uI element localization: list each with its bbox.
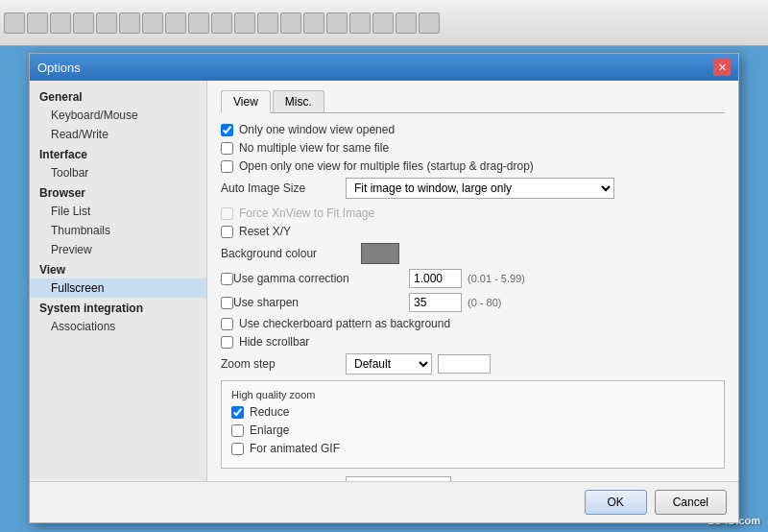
toolbar-icon-8[interactable] [165, 12, 186, 34]
toolbar-icon-4[interactable] [73, 12, 94, 34]
open-only-one-view-checkbox[interactable] [221, 160, 233, 173]
toolbar-icon-12[interactable] [257, 12, 278, 34]
no-multiple-view-label: No multiple view for same file [239, 141, 389, 155]
tab-view[interactable]: View [221, 90, 271, 113]
sharpen-value-input[interactable] [409, 293, 462, 312]
hide-scrollbar-checkbox[interactable] [221, 336, 233, 349]
dialog-close-button[interactable]: ✕ [713, 59, 731, 76]
sidebar-item-preview[interactable]: Preview [30, 240, 206, 259]
zoom-step-row: Zoom step Default 10% 25% 50% [221, 353, 725, 375]
dialog-body: General Keyboard/Mouse Read/Write Interf… [30, 81, 738, 481]
toolbar-icon-17[interactable] [372, 12, 394, 34]
sidebar-item-associations[interactable]: Associations [30, 317, 206, 336]
bg-colour-label: Background colour [221, 247, 355, 260]
toolbar-icon-7[interactable] [142, 12, 163, 34]
auto-image-size-dropdown[interactable]: Fit image to window, large only Fit imag… [346, 178, 614, 199]
force-xnview-row: Force XnView to Fit Image [221, 206, 725, 220]
reduce-row: Reduce [231, 405, 714, 419]
toolbar-icon-14[interactable] [303, 12, 324, 34]
sidebar-item-fullscreen[interactable]: Fullscreen [30, 278, 206, 298]
reduce-checkbox[interactable] [231, 406, 244, 419]
enlarge-row: Enlarge [231, 423, 714, 437]
force-xnview-label: Force XnView to Fit Image [239, 206, 374, 220]
for-animated-gif-label: For animated GIF [250, 442, 340, 455]
toolbar-icon-16[interactable] [349, 12, 371, 34]
toolbar-icon-10[interactable] [211, 12, 232, 34]
sidebar-section-browser: Browser [30, 182, 206, 202]
ok-button[interactable]: OK [585, 490, 647, 515]
use-checkerboard-row: Use checkerboard pattern as background [221, 317, 725, 330]
hq-zoom-title: High quality zoom [231, 389, 714, 400]
auto-image-size-row: Auto Image Size Fit image to window, lar… [221, 178, 725, 199]
reset-xy-row: Reset X/Y [221, 225, 725, 238]
sidebar-section-view: View [30, 259, 206, 278]
dialog-footer: OK Cancel [30, 481, 738, 522]
sidebar-section-general: General [30, 86, 206, 106]
use-sharpen-checkbox[interactable] [221, 297, 233, 309]
toolbar-icon-3[interactable] [50, 12, 71, 34]
toolbar-icon-13[interactable] [280, 12, 301, 34]
hide-scrollbar-row: Hide scrollbar [221, 335, 725, 349]
gamma-range-label: (0.01 - 5.99) [468, 273, 525, 284]
sidebar-item-keyboard-mouse[interactable]: Keyboard/Mouse [30, 106, 206, 125]
toolbar-icon-5[interactable] [96, 12, 117, 34]
toolbar-icon-19[interactable] [419, 12, 440, 34]
sidebar-section-system-integration: System integration [30, 298, 206, 317]
toolbar-icon-9[interactable] [188, 12, 209, 34]
toolbar-icon-15[interactable] [326, 12, 348, 34]
toolbar-bar [0, 0, 768, 46]
use-sharpen-label: Use sharpen [233, 296, 401, 309]
zoom-step-dropdown[interactable]: Default 10% 25% 50% [346, 353, 432, 375]
tabs-container: View Misc. [221, 90, 725, 113]
reduce-label: Reduce [250, 405, 289, 419]
hide-scrollbar-label: Hide scrollbar [239, 335, 309, 349]
high-quality-zoom-box: High quality zoom Reduce Enlarge For ani… [221, 380, 725, 469]
only-one-window-label: Only one window view opened [239, 123, 395, 136]
sidebar: General Keyboard/Mouse Read/Write Interf… [30, 81, 207, 481]
sidebar-item-read-write[interactable]: Read/Write [30, 125, 206, 144]
auto-image-size-label: Auto Image Size [221, 181, 346, 195]
use-checkerboard-label: Use checkerboard pattern as background [239, 317, 450, 330]
use-gamma-checkbox[interactable] [221, 273, 233, 285]
enlarge-label: Enlarge [250, 423, 289, 437]
options-dialog: Options ✕ General Keyboard/Mouse Read/Wr… [29, 53, 739, 523]
use-checkerboard-checkbox[interactable] [221, 318, 233, 330]
toolbar-icon-11[interactable] [234, 12, 255, 34]
toolbar-icon-6[interactable] [119, 12, 140, 34]
sidebar-item-thumbnails[interactable]: Thumbnails [30, 221, 206, 240]
only-one-window-checkbox[interactable] [221, 124, 233, 136]
open-only-one-view-label: Open only one view for multiple files (s… [239, 159, 534, 173]
force-xnview-checkbox[interactable] [221, 207, 233, 220]
use-sharpen-row: Use sharpen (0 - 80) [221, 293, 725, 312]
reset-xy-checkbox[interactable] [221, 226, 233, 238]
dialog-title: Options [37, 60, 81, 75]
sidebar-item-toolbar[interactable]: Toolbar [30, 163, 206, 182]
for-animated-gif-row: For animated GIF [231, 442, 714, 455]
reset-xy-label: Reset X/Y [239, 225, 291, 238]
main-content: View Misc. Only one window view opened N… [207, 81, 738, 481]
zoom-step-label: Zoom step [221, 357, 346, 371]
use-gamma-row: Use gamma correction (0.01 - 5.99) [221, 269, 725, 288]
sharpen-range-label: (0 - 80) [468, 297, 501, 308]
only-one-window-row: Only one window view opened [221, 123, 725, 136]
toolbar-icon-18[interactable] [396, 12, 417, 34]
tab-misc[interactable]: Misc. [273, 90, 324, 112]
toolbar-icon-1[interactable] [4, 12, 25, 34]
no-multiple-view-row: No multiple view for same file [221, 141, 725, 155]
bg-colour-row: Background colour [221, 243, 725, 264]
cancel-button[interactable]: Cancel [655, 490, 727, 515]
toolbar-icon-2[interactable] [27, 12, 48, 34]
enlarge-checkbox[interactable] [231, 424, 244, 437]
no-multiple-view-checkbox[interactable] [221, 142, 233, 155]
use-gamma-label: Use gamma correction [233, 272, 401, 285]
sidebar-item-file-list[interactable]: File List [30, 202, 206, 221]
dialog-titlebar: Options ✕ [30, 54, 738, 81]
zoom-step-input[interactable] [438, 354, 491, 374]
sidebar-section-interface: Interface [30, 144, 206, 163]
bg-colour-swatch[interactable] [361, 243, 399, 264]
open-only-one-view-row: Open only one view for multiple files (s… [221, 159, 725, 173]
for-animated-gif-checkbox[interactable] [231, 443, 244, 455]
gamma-value-input[interactable] [409, 269, 462, 288]
